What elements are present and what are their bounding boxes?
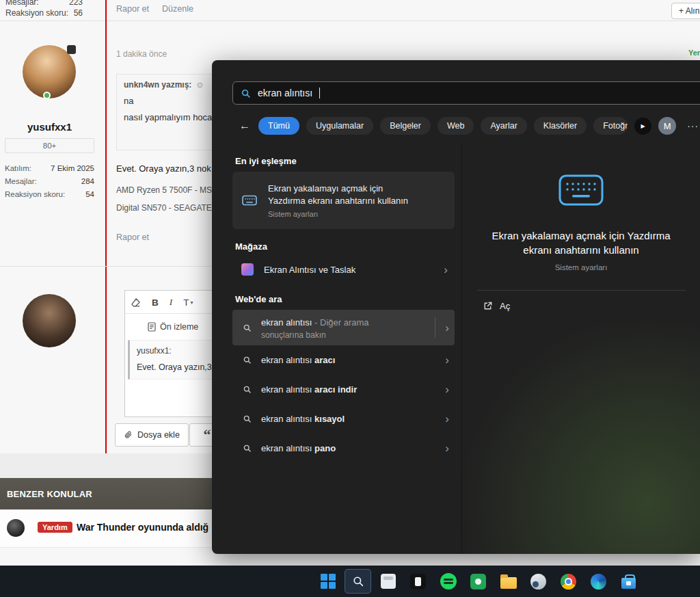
signature-line: AMD Ryzen 5 7500F - MSI [116, 185, 214, 195]
windows-search-flyout: ekran alıntısı ← Tümü Uygulamalar Belgel… [212, 60, 700, 554]
messages-value: 284 [81, 177, 94, 185]
section-store: Mağaza [235, 241, 452, 252]
account-avatar[interactable]: M [658, 117, 676, 135]
joined-row: Katılım: 7 Ekim 2025 [5, 164, 94, 172]
snip-sketch-icon [241, 263, 254, 276]
store-result[interactable]: Ekran Alıntısı ve Taslak › [232, 257, 455, 282]
tab-belgeler[interactable]: Belgeler [380, 117, 431, 135]
quote-mark-icon: “ [204, 431, 211, 439]
attach-file-label: Dosya ekle [137, 430, 180, 440]
stat-value: 223 [69, 0, 83, 7]
more-options-icon[interactable]: ··· [687, 120, 699, 131]
taskbar-app-chrome[interactable] [555, 569, 582, 594]
preview-title: Ekran yakalamayı açmak için Yazdırma ekr… [478, 228, 684, 257]
open-action[interactable]: Aç [483, 301, 510, 311]
suggestion-completion: kısayol [314, 414, 345, 424]
tab-ayarlar[interactable]: Ayarlar [481, 117, 526, 135]
avatar-reply-user[interactable] [23, 294, 76, 347]
folder-icon [500, 577, 517, 589]
tab-fotograflar[interactable]: Fotoğraflar [593, 117, 628, 135]
web-suggestion[interactable]: ekran alıntısı aracı › [232, 345, 455, 375]
stat-label: Reaksiyon skoru: [5, 8, 68, 18]
preview-divider [477, 290, 686, 291]
play-icon[interactable]: ▶ [634, 118, 651, 135]
post-body-text: Evet. Oraya yazın,3 nok [116, 163, 211, 174]
web-query: ekran alıntısı [261, 317, 312, 328]
chrome-icon [561, 574, 576, 589]
taskbar-start-button[interactable] [314, 569, 341, 594]
chevron-right-icon[interactable]: › [445, 384, 449, 395]
web-suggestion[interactable]: ekran alıntısı kısayol › [232, 404, 455, 434]
messages-row: Mesajlar: 284 [5, 177, 94, 185]
chevron-right-icon[interactable]: › [445, 442, 449, 454]
external-link-icon [483, 301, 493, 311]
tab-uygulamalar[interactable]: Uygulamalar [306, 117, 373, 135]
quote-author-link[interactable]: unkn4wn yazmış: [124, 80, 191, 90]
best-match-text: Ekran yakalamayı açmak için Yazdırma ekr… [268, 183, 408, 218]
best-match-line: Yazdırma ekranı anahtarını kullanın [268, 195, 408, 207]
caret-down-icon: ▾ [191, 300, 193, 306]
taskbar-app-epic-games[interactable] [405, 569, 431, 594]
best-match-result[interactable]: Ekran yakalamayı açmak için Yazdırma ekr… [232, 172, 455, 229]
taskbar-app-spotify[interactable] [435, 569, 461, 594]
tab-tumu[interactable]: Tümü [258, 117, 299, 135]
username-yusufxx1[interactable]: yusufxx1 [0, 121, 99, 133]
section-best-match: En iyi eşleşme [235, 156, 452, 166]
chevron-right-icon[interactable]: › [444, 264, 448, 276]
taskbar-app-edge[interactable] [585, 569, 612, 594]
web-query-line2: sonuçlarına bakın [261, 330, 425, 340]
topic-prefix-badge[interactable]: Yardım [38, 522, 72, 533]
best-match-line: Ekran yakalamayı açmak için [268, 183, 408, 195]
font-size-button[interactable]: T ▾ [183, 297, 193, 308]
italic-button[interactable]: I [170, 297, 173, 308]
green-app-icon [470, 574, 486, 589]
suggestion-completion: aracı [314, 355, 335, 365]
search-icon [243, 323, 252, 332]
suggestion-completion: pano [314, 443, 336, 453]
tab-web[interactable]: Web [438, 117, 474, 135]
result-separator [435, 317, 435, 338]
preview-label: Ön izleme [160, 322, 198, 332]
paperclip-icon [124, 430, 133, 440]
search-results-panel: En iyi eşleşme Ekran yakalamayı açmak iç… [232, 144, 455, 463]
avatar-yusufxx1[interactable] [23, 45, 76, 98]
search-query-text: ekran alıntısı [258, 88, 312, 98]
avatar-badge [67, 45, 76, 54]
reactions-label: Reaksiyon skoru: [5, 190, 65, 198]
search-icon [243, 444, 252, 453]
report-post-link[interactable]: Rapor et [116, 233, 149, 242]
quote-reply-button[interactable]: + Alın [671, 3, 700, 19]
epic-games-icon [410, 574, 426, 589]
taskbar-app-file-explorer[interactable] [495, 569, 522, 594]
edit-link[interactable]: Düzenle [162, 4, 193, 14]
remove-format-button[interactable] [131, 297, 141, 307]
chevron-right-icon[interactable]: › [445, 413, 449, 425]
taskbar-app-steam[interactable] [525, 569, 552, 594]
back-icon[interactable]: ← [239, 120, 250, 132]
web-search-result[interactable]: ekran alıntısı - Diğer arama sonuçlarına… [232, 310, 455, 345]
search-preview-panel: Ekran yakalamayı açmak için Yazdırma ekr… [461, 144, 700, 554]
topic-avatar[interactable] [7, 519, 25, 537]
tab-klasorler[interactable]: Klasörler [534, 117, 587, 135]
post-timestamp[interactable]: 1 dakika önce [116, 49, 167, 59]
attach-file-button[interactable]: Dosya ekle [115, 423, 189, 447]
web-suggestion[interactable]: ekran alıntısı aracı indir › [232, 375, 455, 404]
taskbar-app-task-view[interactable] [375, 569, 401, 594]
messages-label: Mesajlar: [5, 177, 37, 185]
report-link[interactable]: Rapor et [116, 4, 149, 14]
taskbar-app-green[interactable] [465, 569, 492, 594]
expand-quote-icon[interactable]: ⊙ [197, 81, 203, 89]
taskbar-search-button[interactable] [345, 569, 371, 594]
taskbar-app-store[interactable] [615, 569, 642, 594]
chevron-right-icon[interactable]: › [445, 322, 449, 334]
bold-button[interactable]: B [152, 297, 159, 308]
web-suggestion[interactable]: ekran alıntısı pano › [232, 434, 455, 463]
chevron-right-icon[interactable]: › [445, 354, 449, 366]
font-size-label: T [183, 297, 189, 308]
section-web-search: Web'de ara [235, 294, 452, 304]
reactions-row: Reaksiyon skoru: 54 [5, 190, 94, 198]
windows-logo-icon [321, 574, 336, 589]
thread-accent-line [105, 0, 107, 454]
search-input[interactable]: ekran alıntısı [232, 81, 700, 105]
preview-icon [148, 322, 156, 332]
